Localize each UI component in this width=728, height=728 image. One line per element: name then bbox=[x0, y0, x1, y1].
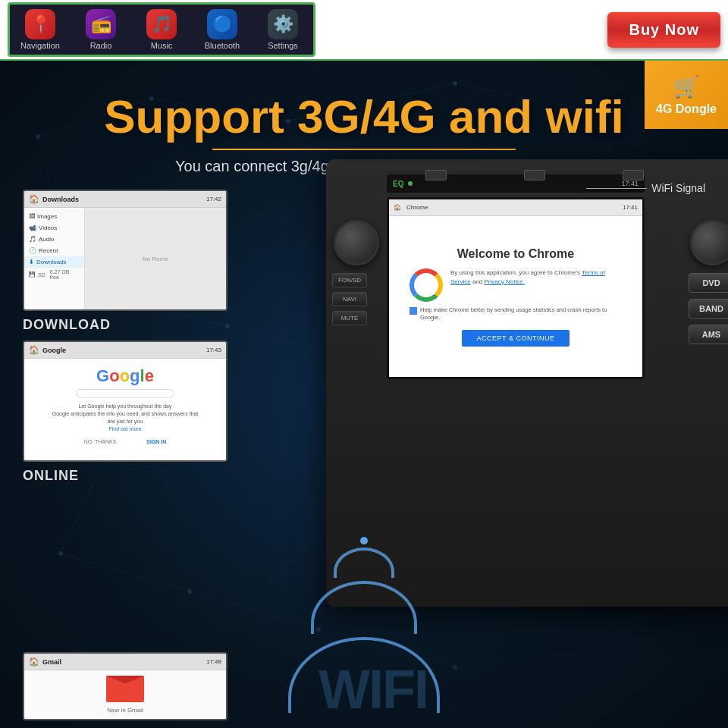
google-anticipate-text: Google anticipates the info you need, an… bbox=[49, 410, 201, 425]
right-knob[interactable] bbox=[690, 220, 728, 265]
download-sidebar: 🖼 Images 📹 Videos 🎵 Audio 🕐 Recent ⬇ Dow… bbox=[24, 208, 85, 309]
wifi-text-large: WiFi bbox=[318, 658, 428, 720]
home-icon-2: 🏠 bbox=[29, 345, 39, 355]
wifi-signal-label: WiFi Signal bbox=[586, 182, 705, 194]
wifi-dot bbox=[360, 537, 368, 544]
wifi-arc-small bbox=[334, 548, 394, 578]
download-screenshot-block: 🏠 Downloads 17:42 🖼 Images 📹 Videos 🎵 Au… bbox=[23, 190, 228, 333]
download-screenshot-frame: 🏠 Downloads 17:42 🖼 Images 📹 Videos 🎵 Au… bbox=[23, 190, 228, 311]
online-screen-header: 🏠 Google 17:43 bbox=[24, 342, 226, 359]
gmail-screenshot: 🏠 Gmail 17:48 New in Gmail bbox=[23, 652, 228, 720]
svg-line-25 bbox=[61, 554, 190, 592]
music-icon: 🎵 bbox=[146, 9, 177, 39]
download-main-area: No Reme bbox=[85, 208, 226, 309]
wifi-arc-medium bbox=[311, 581, 417, 634]
navi-button[interactable]: NAVI bbox=[332, 292, 367, 306]
chrome-checkbox-row: Help make Chrome better by sending usage… bbox=[410, 306, 622, 322]
chrome-logo-area: By using this application, you agree to … bbox=[410, 268, 622, 302]
unit-screen: 🏠 Chrome 17:41 Welcome to Chrome By usin… bbox=[387, 197, 645, 379]
sidebar-videos: 📹 Videos bbox=[24, 222, 84, 234]
main-title: Support 3G/4G and wifi bbox=[0, 91, 728, 143]
app-label-bluetooth: Bluetooth bbox=[205, 41, 240, 50]
chrome-checkbox[interactable] bbox=[410, 307, 417, 315]
app-icons-strip: 📍 Navigation 📻 Radio 🎵 Music 🔵 Bluetooth… bbox=[8, 2, 315, 57]
no-thanks-button[interactable]: NO, THANKS bbox=[84, 439, 117, 444]
wifi-signal-text: WiFi Signal bbox=[651, 182, 705, 194]
app-item-navigation[interactable]: 📍 Navigation bbox=[17, 9, 63, 50]
google-buttons: NO, THANKS SIGN IN bbox=[84, 439, 167, 444]
app-label-settings: Settings bbox=[268, 41, 298, 50]
sidebar-downloads: ⬇ Downloads bbox=[24, 256, 84, 268]
sidebar-images: 🖼 Images bbox=[24, 211, 84, 222]
app-label-music: Music bbox=[151, 41, 173, 50]
chrome-time: 17:41 bbox=[623, 204, 638, 211]
gmail-title: Gmail bbox=[42, 658, 203, 666]
google-screen-body: Google Let Google help you throughout th… bbox=[24, 359, 226, 460]
online-screenshot-block: 🏠 Google 17:43 Google Let Google help yo… bbox=[23, 340, 228, 484]
buy-now-button[interactable]: Buy Now bbox=[607, 12, 720, 48]
ams-button[interactable]: AMS bbox=[689, 325, 728, 344]
app-item-settings[interactable]: ⚙️ Settings bbox=[260, 9, 306, 50]
left-nav-buttons: FON/SD NAVI MUTE bbox=[332, 273, 367, 325]
main-content: 🛒 4G Dongle Support 3G/4G and wifi You c… bbox=[0, 61, 728, 728]
sidebar-recent: 🕐 Recent bbox=[24, 245, 84, 256]
sign-in-button[interactable]: SIGN IN bbox=[146, 439, 166, 444]
radio-icon: 📻 bbox=[86, 9, 116, 39]
download-title: Downloads bbox=[42, 196, 203, 203]
top-btn-2[interactable] bbox=[524, 170, 545, 180]
gmail-env-body bbox=[106, 676, 144, 702]
welcome-chrome-title: Welcome to Chrome bbox=[457, 247, 574, 261]
google-search-bar[interactable] bbox=[76, 389, 174, 398]
bluetooth-icon: 🔵 bbox=[207, 9, 237, 39]
top-unit-buttons bbox=[387, 170, 682, 180]
chrome-accept-button[interactable]: ACCEPT & CONTINUE bbox=[462, 330, 570, 347]
app-label-radio: Radio bbox=[90, 41, 112, 50]
download-screen-body: 🖼 Images 📹 Videos 🎵 Audio 🕐 Recent ⬇ Dow… bbox=[24, 208, 226, 309]
sidebar-audio: 🎵 Audio bbox=[24, 234, 84, 245]
top-bar: 📍 Navigation 📻 Radio 🎵 Music 🔵 Bluetooth… bbox=[0, 0, 728, 61]
chrome-terms-text: By using this application, you agree to … bbox=[450, 268, 622, 287]
privacy-link[interactable]: Privacy Notice. bbox=[485, 278, 525, 285]
chrome-content: Welcome to Chrome By using this applicat… bbox=[389, 216, 642, 377]
google-time: 17:43 bbox=[206, 347, 221, 353]
gmail-env-flap bbox=[106, 676, 144, 689]
download-label: DOWNLOAD bbox=[23, 317, 228, 333]
left-knob[interactable] bbox=[334, 220, 379, 265]
gmail-envelope bbox=[106, 676, 144, 702]
online-label: ONLINE bbox=[23, 468, 228, 484]
eq-dot-1 bbox=[408, 181, 413, 186]
left-screenshots: 🏠 Downloads 17:42 🖼 Images 📹 Videos 🎵 Au… bbox=[23, 190, 228, 491]
chrome-logo-circle bbox=[410, 268, 443, 302]
navigation-icon: 📍 bbox=[25, 9, 55, 39]
gmail-new-text: New in Gmail bbox=[107, 707, 143, 714]
band-button[interactable]: BAND bbox=[689, 299, 728, 318]
find-out-more-link[interactable]: Find out more bbox=[108, 426, 141, 431]
chrome-title: Chrome bbox=[406, 204, 428, 211]
top-btn-3[interactable] bbox=[623, 170, 644, 180]
chrome-home-icon: 🏠 bbox=[394, 204, 401, 211]
home-icon: 🏠 bbox=[29, 194, 39, 204]
online-screenshot-frame: 🏠 Google 17:43 Google Let Google help yo… bbox=[23, 340, 228, 462]
google-logo: Google bbox=[96, 366, 154, 386]
app-item-music[interactable]: 🎵 Music bbox=[139, 9, 184, 50]
google-help-text: Let Google help you throughout the day bbox=[79, 403, 172, 410]
chrome-screen-header: 🏠 Chrome 17:41 bbox=[389, 199, 642, 216]
mute-button[interactable]: MUTE bbox=[332, 311, 367, 325]
app-item-bluetooth[interactable]: 🔵 Bluetooth bbox=[199, 9, 245, 50]
gmail-header: 🏠 Gmail 17:48 bbox=[24, 654, 226, 670]
gmail-frame: 🏠 Gmail 17:48 New in Gmail bbox=[23, 652, 228, 720]
home-icon-3: 🏠 bbox=[29, 657, 39, 667]
no-items-text: No Reme bbox=[143, 256, 168, 262]
download-time: 17:42 bbox=[206, 196, 221, 202]
chrome-checkbox-text: Help make Chrome better by sending usage… bbox=[420, 306, 622, 322]
gmail-time: 17:48 bbox=[206, 658, 221, 665]
app-item-radio[interactable]: 📻 Radio bbox=[78, 9, 124, 50]
google-title: Google bbox=[42, 347, 203, 354]
app-label-navigation: Navigation bbox=[20, 41, 60, 50]
gmail-body: New in Gmail bbox=[24, 670, 226, 719]
top-btn-1[interactable] bbox=[425, 170, 447, 180]
sd-info: 💾 SD6.27 GB free bbox=[24, 268, 84, 281]
download-screen-header: 🏠 Downloads 17:42 bbox=[24, 191, 226, 208]
fon-sd-button[interactable]: FON/SD bbox=[332, 273, 367, 287]
dvd-button[interactable]: DVD bbox=[689, 273, 728, 293]
